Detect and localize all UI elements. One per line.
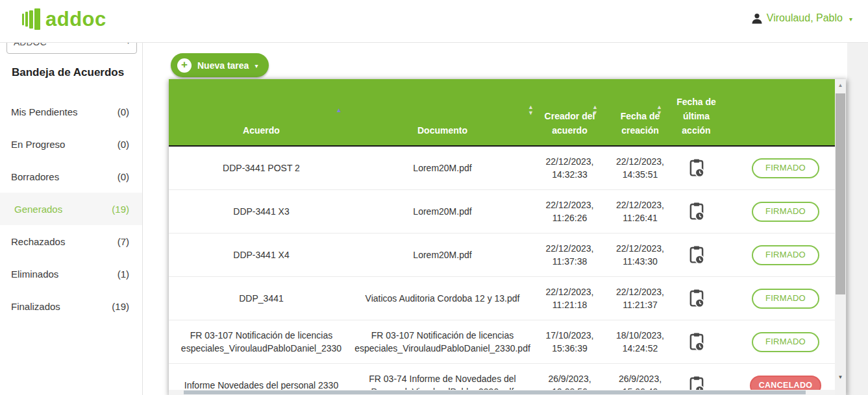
status-badge: FIRMADO bbox=[752, 245, 819, 265]
sidebar-title: Bandeja de Acuerdos bbox=[12, 66, 124, 79]
cell-creador-fecha: 22/12/2023, 11:37:38 bbox=[531, 233, 608, 276]
history-button[interactable] bbox=[688, 333, 705, 352]
user-name: Viroulaud, Pablo bbox=[767, 12, 843, 24]
table-horizontal-scrollbar[interactable] bbox=[169, 390, 835, 395]
history-button[interactable] bbox=[688, 246, 705, 265]
user-menu[interactable]: Viroulaud, Pablo ▾ bbox=[752, 12, 852, 24]
cell-acuerdo: FR 03-107 Notificación de licencias espe… bbox=[169, 320, 354, 363]
logo-text: addoc bbox=[45, 9, 106, 29]
column-header-fecha-de-creacion[interactable]: Fecha de creación bbox=[608, 79, 672, 145]
sidebar-item-en-progreso[interactable]: En Progreso (0) bbox=[0, 128, 142, 160]
sort-down-icon: ▼ bbox=[528, 110, 534, 116]
cell-documento: Lorem20M.pdf bbox=[354, 190, 531, 233]
table-header-row: Acuerdo Documento Creador del acuerdo Fe… bbox=[169, 79, 835, 147]
horizontal-scrollbar-thumb[interactable] bbox=[184, 390, 806, 394]
clipboard-clock-icon bbox=[688, 333, 705, 352]
sidebar-nav: Mis Pendientes (0) En Progreso (0) Borra… bbox=[0, 95, 142, 322]
clipboard-clock-icon bbox=[688, 246, 705, 265]
cell-creador-fecha: 22/12/2023, 11:26:26 bbox=[531, 190, 608, 233]
table-row[interactable]: FR 03-107 Notificación de licencias espe… bbox=[169, 320, 835, 364]
cell-documento: Lorem20M.pdf bbox=[354, 147, 531, 189]
sidebar-item-count: (0) bbox=[118, 139, 129, 150]
sidebar-item-label: Eliminados bbox=[11, 269, 58, 280]
sidebar-item-label: Rechazados bbox=[11, 236, 65, 247]
cell-acuerdo: DDP-3441 POST 2 bbox=[169, 147, 354, 189]
user-icon bbox=[752, 13, 762, 24]
new-task-label: Nueva tarea bbox=[197, 60, 249, 71]
sidebar-item-rechazados[interactable]: Rechazados (7) bbox=[0, 225, 142, 257]
clipboard-clock-icon bbox=[688, 289, 705, 308]
sidebar-item-label: En Progreso bbox=[11, 139, 65, 150]
sidebar-item-count: (7) bbox=[118, 236, 129, 247]
history-button[interactable] bbox=[688, 289, 705, 308]
table-row[interactable]: DDP-3441 POST 2 Lorem20M.pdf 22/12/2023,… bbox=[169, 147, 835, 190]
sort-down-icon: ▼ bbox=[656, 110, 662, 116]
vertical-scrollbar-thumb[interactable] bbox=[836, 93, 845, 294]
column-header-acuerdo[interactable]: Acuerdo bbox=[169, 79, 354, 145]
cell-creador-fecha: 17/10/2023, 15:36:39 bbox=[531, 320, 608, 363]
history-button[interactable] bbox=[688, 202, 705, 221]
cell-creador-fecha: 22/12/2023, 11:21:18 bbox=[531, 277, 608, 320]
sort-toggle-icon[interactable]: ▲ ▼ bbox=[528, 104, 534, 116]
clipboard-clock-icon bbox=[688, 202, 705, 221]
sidebar-item-eliminados[interactable]: Eliminados (1) bbox=[0, 257, 142, 290]
cell-documento: Viaticos Auditoria Cordoba 12 y 13.pdf bbox=[354, 277, 531, 320]
sidebar-item-count: (19) bbox=[112, 204, 129, 215]
sidebar-item-borradores[interactable]: Borradores (0) bbox=[0, 160, 142, 193]
user-caret-down-icon: ▾ bbox=[849, 14, 852, 23]
new-task-caret-down-icon: ▾ bbox=[254, 61, 258, 69]
cell-fecha-creacion: 22/12/2023, 11:43:30 bbox=[608, 233, 672, 276]
scroll-up-icon[interactable]: ▲ bbox=[835, 79, 846, 91]
cell-documento: Lorem20M.pdf bbox=[354, 233, 531, 276]
sidebar-item-count: (1) bbox=[118, 269, 129, 280]
status-badge: FIRMADO bbox=[752, 158, 819, 178]
cell-acuerdo: DDP-3441 X4 bbox=[169, 233, 354, 276]
cell-acuerdo: DDP-3441 X3 bbox=[169, 190, 354, 233]
sidebar-item-label: Borradores bbox=[11, 171, 59, 182]
status-badge: FIRMADO bbox=[752, 289, 819, 309]
cell-fecha-creacion: 22/12/2023, 14:35:51 bbox=[608, 147, 672, 189]
cell-fecha-creacion: 22/12/2023, 11:21:37 bbox=[608, 277, 672, 320]
scroll-down-icon[interactable]: ▼ bbox=[835, 372, 846, 382]
new-task-button[interactable]: + Nueva tarea ▾ bbox=[171, 53, 269, 77]
sidebar-item-label: Mis Pendientes bbox=[11, 106, 78, 117]
cell-documento: FR 03-107 Notificación de licencias espe… bbox=[354, 320, 531, 363]
sidebar: ADDOC ▾ Bandeja de Acuerdos Mis Pendient… bbox=[0, 43, 143, 395]
sidebar-item-finalizados[interactable]: Finalizados (19) bbox=[0, 290, 142, 322]
plus-icon: + bbox=[177, 58, 192, 73]
sort-asc-active-icon[interactable]: ▲ bbox=[336, 107, 342, 114]
column-header-fecha-ultima-accion[interactable]: Fecha de última acción bbox=[672, 79, 721, 145]
sidebar-item-count: (0) bbox=[118, 106, 129, 117]
table-row[interactable]: DDP_3441 Viaticos Auditoria Cordoba 12 y… bbox=[169, 277, 835, 320]
sort-toggle-icon[interactable]: ▲ ▼ bbox=[592, 104, 598, 116]
status-badge: FIRMADO bbox=[752, 332, 819, 352]
sort-toggle-icon[interactable]: ▲ ▼ bbox=[656, 104, 662, 116]
agreements-table-card: Acuerdo Documento Creador del acuerdo Fe… bbox=[169, 79, 846, 395]
app-logo[interactable]: addoc bbox=[22, 8, 106, 30]
addoc-logo-icon bbox=[22, 8, 40, 30]
column-header-documento[interactable]: Documento bbox=[354, 79, 531, 145]
sidebar-item-count: (19) bbox=[112, 301, 129, 312]
sidebar-item-label: Generados bbox=[14, 204, 62, 215]
sidebar-item-generados[interactable]: Generados (19) bbox=[0, 193, 142, 225]
cell-fecha-creacion: 22/12/2023, 11:26:41 bbox=[608, 190, 672, 233]
cell-fecha-creacion: 18/10/2023, 14:24:52 bbox=[608, 320, 672, 363]
sort-down-icon: ▼ bbox=[592, 110, 598, 116]
cell-acuerdo: DDP_3441 bbox=[169, 277, 354, 320]
table-row[interactable]: DDP-3441 X3 Lorem20M.pdf 22/12/2023, 11:… bbox=[169, 190, 835, 233]
status-badge: FIRMADO bbox=[752, 202, 819, 222]
column-header-estado bbox=[721, 79, 835, 145]
scrollbar-corner bbox=[835, 390, 846, 395]
sidebar-item-mis-pendientes[interactable]: Mis Pendientes (0) bbox=[0, 95, 142, 128]
sidebar-item-count: (0) bbox=[118, 171, 129, 182]
table-row[interactable]: DDP-3441 X4 Lorem20M.pdf 22/12/2023, 11:… bbox=[169, 233, 835, 277]
history-button[interactable] bbox=[688, 159, 705, 178]
clipboard-clock-icon bbox=[688, 159, 705, 178]
sidebar-item-label: Finalizados bbox=[11, 301, 60, 312]
app-window: addoc Viroulaud, Pablo ▾ ADDOC ▾ Bandeja… bbox=[0, 0, 868, 395]
content-area: + Nueva tarea ▾ Acuerdo Documento Creado… bbox=[143, 43, 847, 395]
table-vertical-scrollbar[interactable]: ▲ ▼ bbox=[835, 79, 846, 390]
cell-creador-fecha: 22/12/2023, 14:32:33 bbox=[531, 147, 608, 189]
top-header: addoc Viroulaud, Pablo ▾ bbox=[0, 0, 868, 43]
